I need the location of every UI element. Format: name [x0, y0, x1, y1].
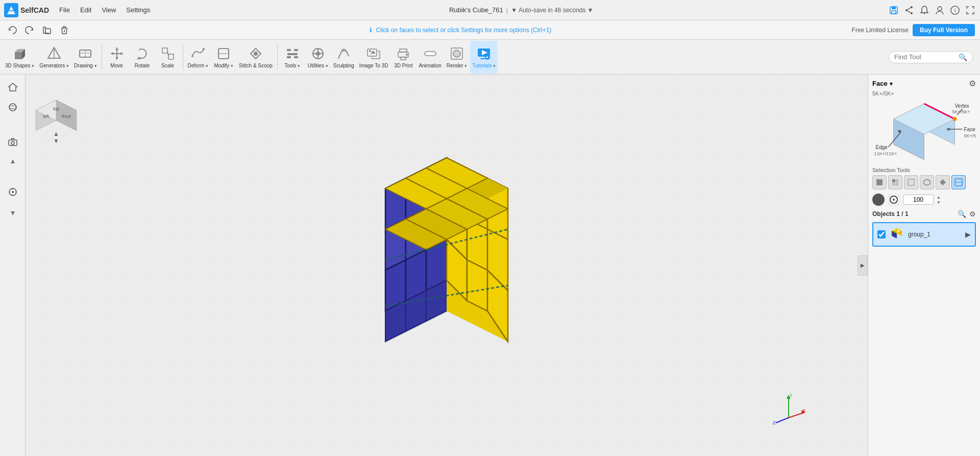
tool-scale[interactable]: Scale: [156, 41, 180, 74]
menu-edit[interactable]: Edit: [76, 4, 95, 16]
svg-rect-41: [287, 53, 298, 55]
nav-down-arrow[interactable]: ▼: [53, 138, 59, 144]
svg-point-52: [341, 49, 346, 52]
select-box-tool[interactable]: [872, 175, 887, 189]
tool-animation-label: Animation: [419, 63, 441, 68]
modify-icon: [215, 45, 232, 62]
find-tool-input[interactable]: [894, 53, 955, 61]
object-checkbox[interactable]: [877, 230, 886, 238]
svg-text:top: top: [53, 106, 60, 111]
sculpting-icon: [335, 45, 352, 62]
tool-render[interactable]: Render ▾: [445, 41, 470, 74]
brush-dots-icon[interactable]: [888, 194, 900, 206]
svg-point-73: [9, 104, 16, 111]
tool-deform[interactable]: Deform ▾: [186, 41, 211, 74]
tools-bar: 3D Shapes ▾ Generators ▾ Drawing ▾ Move …: [0, 40, 980, 75]
tool-rotate[interactable]: Rotate: [130, 41, 155, 74]
brush-size-input[interactable]: [903, 195, 934, 205]
svg-rect-18: [15, 52, 22, 59]
undo-button[interactable]: [5, 23, 19, 37]
info-icon[interactable]: i: [949, 5, 961, 16]
svg-point-74: [9, 106, 16, 109]
tool-3d-shapes[interactable]: 3D Shapes ▾: [3, 41, 36, 74]
select-vertex-tool[interactable]: [888, 175, 902, 189]
settings-radial-button[interactable]: [5, 184, 21, 200]
redo-button[interactable]: [22, 23, 37, 37]
autosave-status[interactable]: ▼ Auto-save in 46 seconds ▼: [511, 7, 593, 14]
nav-up-arrow[interactable]: ▲: [53, 131, 59, 137]
object-expand-icon[interactable]: ▶: [965, 230, 971, 238]
viewport[interactable]: left top front ▲ ▼: [26, 75, 868, 456]
svg-point-79: [12, 191, 14, 193]
brush-spinner[interactable]: ▲ ▼: [937, 195, 941, 205]
axes-indicator: Y X Z: [771, 390, 806, 425]
menu-view[interactable]: View: [97, 4, 120, 16]
find-tool-search-icon[interactable]: 🔍: [959, 53, 967, 61]
share-icon[interactable]: [903, 5, 915, 16]
secondary-toolbar: ℹ Click on faces to select or click Sett…: [0, 20, 980, 40]
fev-diagram: Face 5K+/5K+ Edge 11K+/11K+ Vertex 5K+/5…: [872, 99, 976, 165]
objects-settings-icon[interactable]: ⚙: [969, 210, 976, 218]
axis-up[interactable]: [5, 154, 21, 171]
orbit-button[interactable]: [5, 99, 21, 115]
menu-file[interactable]: File: [55, 4, 74, 16]
face-label: Face: [872, 80, 888, 87]
tool-generators-label: Generators ▾: [39, 63, 69, 68]
tool-stitch-scoop[interactable]: Stitch & Scoop: [237, 41, 275, 74]
tool-tools[interactable]: Tools ▾: [280, 41, 305, 74]
tool-modify[interactable]: Modify ▾: [211, 41, 236, 74]
tool-generators[interactable]: Generators ▾: [37, 41, 71, 74]
object-item-group1[interactable]: group_1 ▶: [872, 222, 976, 247]
tool-tutorials-label: Tutorials ▾: [472, 63, 496, 68]
tool-3d-print[interactable]: 3D Print: [391, 41, 415, 74]
svg-line-35: [167, 51, 168, 57]
tool-move[interactable]: Move: [105, 41, 129, 74]
autosave-text: Auto-save in 46 seconds: [519, 7, 585, 14]
nav-cube[interactable]: left top front: [31, 80, 82, 131]
fullscreen-icon[interactable]: [965, 5, 976, 16]
camera-button[interactable]: [5, 134, 21, 150]
tool-utilities[interactable]: Utilities ▾: [306, 41, 330, 74]
tool-3d-print-label: 3D Print: [394, 63, 412, 68]
svg-point-76: [11, 141, 14, 145]
buy-full-version-button[interactable]: Buy Full Version: [913, 24, 975, 36]
axis-down[interactable]: [5, 204, 21, 221]
tool-drawing[interactable]: Drawing ▾: [72, 41, 99, 74]
svg-text:5K+/5K+: 5K+/5K+: [952, 109, 970, 114]
tool-tutorials[interactable]: Tutorials ▾: [470, 41, 498, 74]
tool-animation[interactable]: Animation: [416, 41, 443, 74]
brush-solid-icon[interactable]: [872, 194, 885, 206]
render-icon: [449, 45, 465, 62]
tool-scale-label: Scale: [161, 63, 174, 68]
select-face-tool[interactable]: [936, 175, 950, 189]
svg-rect-44: [287, 56, 291, 58]
svg-point-7: [911, 12, 913, 14]
home-button[interactable]: [5, 79, 21, 95]
license-area: Free Limited License Buy Full Version: [852, 24, 975, 36]
notification-icon[interactable]: [919, 5, 930, 16]
svg-rect-155: [908, 179, 914, 185]
objects-actions: 🔍 ⚙: [958, 210, 976, 218]
svg-line-129: [789, 413, 804, 418]
save-icon[interactable]: [888, 5, 899, 16]
tool-image-to-3d[interactable]: Image To 3D: [357, 41, 390, 74]
tool-modify-label: Modify ▾: [214, 63, 233, 68]
menu-settings[interactable]: Settings: [122, 4, 154, 16]
tool-3d-shapes-label: 3D Shapes ▾: [5, 63, 34, 68]
settings-gear[interactable]: ⚙: [969, 79, 976, 88]
copy-button[interactable]: [40, 23, 54, 37]
search-objects-icon[interactable]: 🔍: [958, 210, 966, 218]
select-paint-tool[interactable]: [951, 175, 966, 189]
select-box2-tool[interactable]: [904, 175, 918, 189]
svg-point-146: [953, 117, 957, 121]
tool-sculpting[interactable]: Sculpting: [331, 41, 356, 74]
svg-text:front: front: [62, 114, 71, 119]
user-icon[interactable]: [934, 5, 945, 16]
svg-point-13: [938, 7, 942, 11]
delete-button[interactable]: [57, 23, 71, 37]
face-selector[interactable]: Face ▾: [872, 80, 893, 87]
expand-panel-button[interactable]: ▶: [857, 255, 868, 276]
select-iso-tool[interactable]: [920, 175, 934, 189]
svg-text:X: X: [802, 408, 805, 413]
drawing-icon: [77, 45, 93, 62]
